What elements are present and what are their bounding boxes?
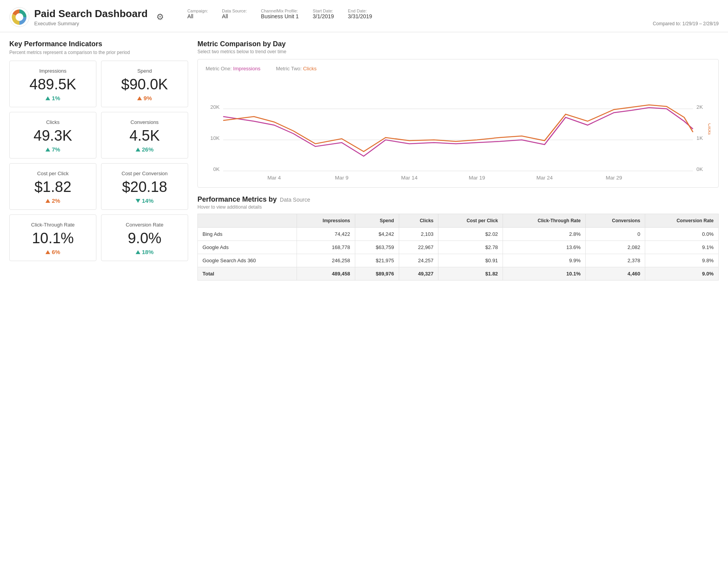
metric-one-value: Impressions xyxy=(233,66,260,71)
kpi-panel-title: Key Performance Indicators xyxy=(9,40,188,48)
table-header xyxy=(198,214,297,228)
table-cell: Total xyxy=(198,267,297,281)
kpi-panel: Key Performance Indicators Percent metri… xyxy=(9,40,188,281)
triangle-down-icon xyxy=(136,199,140,203)
table-cell: 9.1% xyxy=(645,241,719,254)
kpi-label: Spend xyxy=(109,68,180,74)
svg-text:Mar 29: Mar 29 xyxy=(606,175,622,181)
svg-text:2K: 2K xyxy=(697,105,703,110)
table-cell: 22,967 xyxy=(399,241,438,254)
header: Paid Search Dashboard Executive Summary … xyxy=(0,0,728,32)
table-row: Bing Ads74,422$4,2422,103$2.022.8%00.0% xyxy=(198,228,719,241)
table-row-total: Total489,458$89,97649,327$1.8210.1%4,460… xyxy=(198,267,719,281)
filter-startdate: Start Date: 3/1/2019 xyxy=(313,9,334,19)
table-cell: $89,976 xyxy=(355,267,399,281)
datasource-label: Data Source: xyxy=(222,9,247,13)
table-cell: 0.0% xyxy=(645,228,719,241)
compared-to: Compared to: 1/29/19 – 2/28/19 xyxy=(653,7,719,26)
table-cell: 2,082 xyxy=(585,241,645,254)
kpi-label: Conversions xyxy=(109,119,180,125)
enddate-value: 3/31/2019 xyxy=(348,13,372,19)
kpi-label: Cost per Conversion xyxy=(109,171,180,176)
chart-selectors: Metric One: Impressions Metric Two: Clic… xyxy=(206,66,711,71)
kpi-panel-subtitle: Percent metrics represent a comparison t… xyxy=(9,50,188,55)
subtitle: Executive Summary xyxy=(34,21,148,26)
table-cell: 2.8% xyxy=(503,228,586,241)
chart-container: Metric One: Impressions Metric Two: Clic… xyxy=(197,59,719,188)
filter-enddate: End Date: 3/31/2019 xyxy=(348,9,372,19)
chart-area: 0K 10K 20K Impressions 0K 1K 2K Clicks xyxy=(206,75,711,183)
triangle-up-icon xyxy=(137,96,142,100)
table-header: Conversions xyxy=(585,214,645,228)
table-section-title: Performance Metrics by xyxy=(197,195,277,204)
kpi-card-cost-per-conversion: Cost per Conversion $20.18 14% xyxy=(101,163,188,210)
kpi-change: 14% xyxy=(109,197,180,204)
metric-two-selector[interactable]: Metric Two: Clicks xyxy=(276,66,317,71)
svg-text:20K: 20K xyxy=(210,105,220,110)
kpi-label: Clicks xyxy=(17,119,88,125)
kpi-change: 6% xyxy=(17,249,88,255)
kpi-change: 9% xyxy=(109,95,180,101)
triangle-up-icon xyxy=(45,96,50,100)
kpi-change-value: 26% xyxy=(142,146,154,153)
kpi-label: Cost per Click xyxy=(17,171,88,176)
table-row: Google Ads168,778$63,75922,967$2.7813.6%… xyxy=(198,241,719,254)
svg-text:Mar 24: Mar 24 xyxy=(536,175,553,181)
svg-text:Mar 19: Mar 19 xyxy=(469,175,485,181)
table-cell: Google Ads xyxy=(198,241,297,254)
channelmix-label: ChannelMix Profile: xyxy=(261,9,299,13)
kpi-change: 2% xyxy=(17,197,88,204)
kpi-card-conversion-rate: Conversion Rate 9.0% 18% xyxy=(101,214,188,261)
enddate-label: End Date: xyxy=(348,9,372,13)
metric-one-label: Metric One: xyxy=(206,66,232,71)
svg-text:0K: 0K xyxy=(697,167,703,172)
campaign-label: Campaign: xyxy=(187,9,208,13)
kpi-card-cost-per-click: Cost per Click $1.82 2% xyxy=(9,163,96,210)
kpi-value: 49.3K xyxy=(17,128,88,143)
metric-two-label: Metric Two: xyxy=(276,66,302,71)
table-section-header: Performance Metrics by Data Source xyxy=(197,195,719,204)
table-cell: Google Search Ads 360 xyxy=(198,254,297,267)
table-cell: 74,422 xyxy=(297,228,355,241)
svg-text:1K: 1K xyxy=(697,136,703,141)
table-cell: 246,258 xyxy=(297,254,355,267)
kpi-value: 4.5K xyxy=(109,128,180,143)
kpi-change-value: 14% xyxy=(142,197,154,204)
kpi-value: $20.18 xyxy=(109,179,180,194)
main-content: Key Performance Indicators Percent metri… xyxy=(0,32,728,288)
kpi-card-conversions: Conversions 4.5K 26% xyxy=(101,112,188,159)
page-wrapper: Paid Search Dashboard Executive Summary … xyxy=(0,0,728,582)
settings-icon[interactable]: ⚙ xyxy=(156,12,164,22)
svg-text:Mar 4: Mar 4 xyxy=(267,175,281,181)
performance-table: ImpressionsSpendClicksCost per ClickClic… xyxy=(197,214,719,281)
kpi-value: $1.82 xyxy=(17,179,88,194)
metric-two-value: Clicks xyxy=(303,66,317,71)
main-title: Paid Search Dashboard xyxy=(34,8,148,20)
table-row: Google Search Ads 360246,258$21,97524,25… xyxy=(198,254,719,267)
table-cell: $2.78 xyxy=(438,241,503,254)
campaign-value: All xyxy=(187,13,194,19)
table-cell: $2.02 xyxy=(438,228,503,241)
table-cell: 24,257 xyxy=(399,254,438,267)
startdate-label: Start Date: xyxy=(313,9,334,13)
metric-one-selector[interactable]: Metric One: Impressions xyxy=(206,66,260,71)
table-cell: $63,759 xyxy=(355,241,399,254)
kpi-grid: Impressions 489.5K 1% Spend $90.0K 9% Cl… xyxy=(9,61,188,261)
svg-text:Clicks: Clicks xyxy=(707,123,711,134)
svg-point-1 xyxy=(16,13,23,21)
table-cell: 2,103 xyxy=(399,228,438,241)
kpi-change-value: 18% xyxy=(142,249,154,255)
brand-logo xyxy=(9,7,30,27)
triangle-up-icon xyxy=(45,199,50,203)
kpi-card-impressions: Impressions 489.5K 1% xyxy=(9,61,96,107)
kpi-label: Click-Through Rate xyxy=(17,222,88,228)
triangle-up-icon xyxy=(45,148,50,152)
table-header: Cost per Click xyxy=(438,214,503,228)
kpi-card-clicks: Clicks 49.3K 7% xyxy=(9,112,96,159)
triangle-up-icon xyxy=(136,148,140,152)
table-header: Conversion Rate xyxy=(645,214,719,228)
kpi-change-value: 6% xyxy=(52,249,60,255)
triangle-up-icon xyxy=(45,250,50,254)
kpi-label: Impressions xyxy=(17,68,88,74)
table-cell: 4,460 xyxy=(585,267,645,281)
